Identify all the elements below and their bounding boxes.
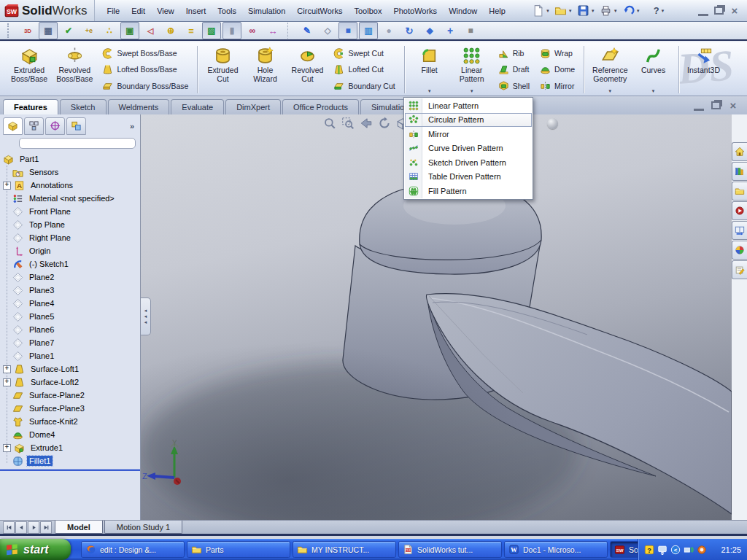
style-button[interactable]: ◇: [318, 22, 337, 39]
ribbon-extruded-cut-button[interactable]: Extruded Cut: [201, 44, 244, 96]
doc-tab-model[interactable]: Model: [55, 521, 103, 534]
menubar-item-window[interactable]: Window: [443, 4, 483, 18]
sketch-3d-button[interactable]: 3D: [18, 22, 37, 39]
tab-evaluate[interactable]: Evaluate: [171, 99, 224, 114]
ribbon-mirror-button[interactable]: Mirror: [536, 78, 578, 94]
tree-item-dome4[interactable]: Dome4: [0, 428, 140, 441]
tab-sketch[interactable]: Sketch: [60, 99, 107, 114]
tree-item-top-plane[interactable]: Top Plane: [0, 218, 140, 231]
menubar-item-tools[interactable]: Tools: [212, 4, 242, 18]
menubar-item-toolbox[interactable]: Toolbox: [348, 4, 387, 18]
ribbon-wrap-button[interactable]: Wrap: [536, 45, 578, 61]
tree-item-surface-plane2[interactable]: Surface-Plane2: [0, 389, 140, 402]
taskbar-task-doc1-microso[interactable]: WDoc1 - Microso...: [504, 541, 608, 558]
panel-expand-chevron[interactable]: »: [130, 122, 139, 131]
tree-item-surface-loft1[interactable]: +Surface-Loft1: [0, 362, 140, 376]
tree-item-plane5[interactable]: Plane5: [0, 310, 140, 323]
ribbon-shell-button[interactable]: Shell: [495, 78, 533, 94]
tab-dimxpert[interactable]: DimXpert: [225, 99, 281, 114]
dimension-button[interactable]: ↔: [263, 22, 282, 39]
tree-item-plane1[interactable]: Plane1: [0, 349, 140, 362]
menubar-item-view[interactable]: View: [151, 4, 180, 18]
expand-plus-icon[interactable]: +: [3, 378, 11, 386]
menubar-item-insert[interactable]: Insert: [180, 4, 212, 18]
ribbon-swept-cut-button[interactable]: Swept Cut: [330, 45, 398, 61]
tree-item-surface-loft2[interactable]: +Surface-Loft2: [0, 376, 140, 389]
tab-office-products[interactable]: Office Products: [282, 99, 359, 114]
hidden-lines-button[interactable]: ▥: [359, 22, 378, 39]
tree-item-sketch1[interactable]: (-) Sketch1: [0, 257, 140, 271]
tree-item-origin[interactable]: Origin: [0, 244, 140, 257]
save-disk-button[interactable]: ▼: [576, 4, 597, 18]
find-button[interactable]: ∞: [243, 22, 262, 39]
hud-rotate-view-hud-button[interactable]: [378, 117, 391, 130]
sheet-nav-prev-button[interactable]: [15, 521, 27, 534]
menubar-item-photoworks[interactable]: PhotoWorks: [387, 4, 443, 18]
layers-button[interactable]: ≡: [182, 22, 201, 39]
pen-button[interactable]: ✎: [298, 22, 317, 39]
restore-button[interactable]: [714, 7, 724, 15]
rotate-view-button[interactable]: ↻: [400, 22, 419, 39]
expand-plus-icon[interactable]: +: [3, 182, 11, 190]
tab-weldments[interactable]: Weldments: [108, 99, 170, 114]
ribbon-lofted-cut-button[interactable]: Lofted Cut: [330, 61, 398, 77]
hud-zoom-fit-button[interactable]: [323, 117, 336, 130]
ribbon-dome-button[interactable]: Dome: [536, 61, 578, 77]
tree-item-right-plane[interactable]: Right Plane: [0, 231, 140, 244]
undo-button[interactable]: ▼: [621, 4, 642, 18]
menubar-item-simulation[interactable]: Simulation: [242, 4, 291, 18]
dropdown-caret-icon[interactable]: ▼: [546, 9, 550, 13]
ribbon-fillet-button[interactable]: Fillet▼: [409, 44, 451, 96]
taskpane-tab-design-library[interactable]: [732, 162, 747, 181]
start-button[interactable]: start: [0, 539, 71, 560]
expand-plus-icon[interactable]: +: [3, 444, 11, 452]
taskbar-task-solidworks-tut[interactable]: PDFSolidWorks tut...: [398, 541, 502, 558]
ribbon-draft-button[interactable]: Draft: [495, 61, 533, 77]
tree-item-part1[interactable]: Part1: [0, 152, 140, 166]
menu-item-mirror[interactable]: Mirror: [405, 127, 532, 141]
image-quality-button[interactable]: ▣: [120, 22, 139, 39]
render-button[interactable]: ●: [379, 22, 398, 39]
sheet-nav-first-button[interactable]: [3, 521, 15, 534]
tree-item-extrude1[interactable]: +Extrude1: [0, 441, 140, 454]
dropdown-caret-icon[interactable]: ▼: [651, 88, 656, 95]
pan-button[interactable]: +: [441, 22, 460, 39]
color-button[interactable]: ▧: [202, 22, 221, 39]
menubar-item-edit[interactable]: Edit: [125, 4, 151, 18]
taskbar-task-edit-design[interactable]: edit : Design &...: [81, 541, 185, 558]
hud-zoom-area-button[interactable]: [341, 117, 355, 130]
doc-minimize-button[interactable]: [694, 100, 704, 111]
ribbon-boundary-cut-button[interactable]: Boundary Cut: [330, 78, 398, 94]
tree-item-surface-plane3[interactable]: Surface-Plane3: [0, 402, 140, 415]
menu-item-fill-pattern[interactable]: Fill Pattern: [405, 184, 532, 198]
ribbon-boundary-boss-base-button[interactable]: Boundary Boss/Base: [98, 78, 192, 94]
panel-tab-configurationmanager[interactable]: [66, 117, 86, 135]
menu-item-table-driven-pattern[interactable]: Table Driven Pattern: [405, 170, 532, 184]
dropdown-caret-icon[interactable]: ▼: [568, 9, 573, 13]
menu-item-circular-pattern[interactable]: Circular Pattern: [405, 113, 532, 128]
help-menu-icon[interactable]: ?: [654, 5, 659, 16]
taskpane-tab-file-explorer[interactable]: [732, 182, 747, 201]
ribbon-lofted-boss-base-button[interactable]: Lofted Boss/Base: [98, 61, 192, 77]
equations-button[interactable]: +e: [80, 22, 98, 39]
tree-item-material-not-specified[interactable]: Material <not specified>: [0, 192, 140, 205]
dropdown-caret-icon[interactable]: ▼: [614, 9, 618, 13]
featuremanager-filter-input[interactable]: [19, 138, 136, 149]
tree-item-plane7[interactable]: Plane7: [0, 336, 140, 349]
menubar-item-help[interactable]: Help: [483, 4, 511, 18]
taskpane-tab-appearances[interactable]: [732, 241, 747, 260]
rollback-bar[interactable]: [0, 470, 140, 471]
taskpane-tab-resources-home[interactable]: [732, 142, 747, 161]
sheet-nav-last-button[interactable]: [40, 521, 52, 534]
panel-tab-displaymanager[interactable]: [24, 117, 44, 135]
ribbon-instant3d-button[interactable]: Instant3D: [683, 44, 725, 96]
tree-item-plane2[interactable]: Plane2: [0, 271, 140, 284]
taskbar-task-parts[interactable]: Parts: [187, 541, 290, 558]
panel-tab-featuremanager[interactable]: [3, 117, 23, 135]
menubar-item-file[interactable]: File: [101, 4, 125, 18]
menu-item-linear-pattern[interactable]: Linear Pattern: [405, 98, 532, 113]
render-sphere-icon[interactable]: [547, 118, 558, 129]
ribbon-linear-pattern-button[interactable]: Linear Pattern▼: [451, 44, 493, 96]
tree-item-fillet1[interactable]: Fillet1: [0, 454, 140, 467]
new-document-button[interactable]: ▼: [530, 4, 551, 18]
